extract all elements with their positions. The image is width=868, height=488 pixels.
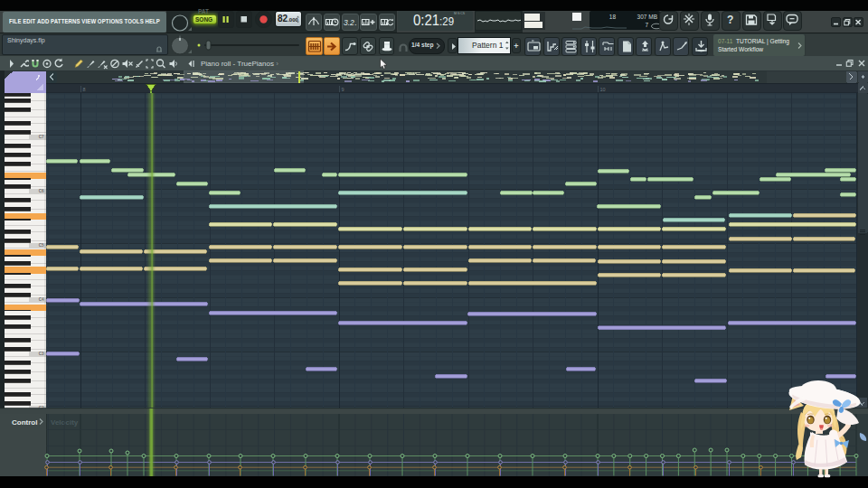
svg-text:?: ? (727, 14, 733, 26)
svg-text:C4: C4 (39, 297, 44, 302)
svg-text:3.2․: 3.2․ (344, 18, 357, 27)
svg-text:C3: C3 (39, 352, 44, 356)
svg-text:10: 10 (600, 87, 606, 92)
svg-text:C6: C6 (39, 189, 44, 193)
svg-text:C7: C7 (39, 135, 44, 139)
svg-text:9: 9 (342, 87, 344, 92)
svg-text:8: 8 (83, 87, 86, 92)
svg-text:Control: Control (12, 418, 37, 427)
svg-text:C5: C5 (39, 243, 44, 248)
